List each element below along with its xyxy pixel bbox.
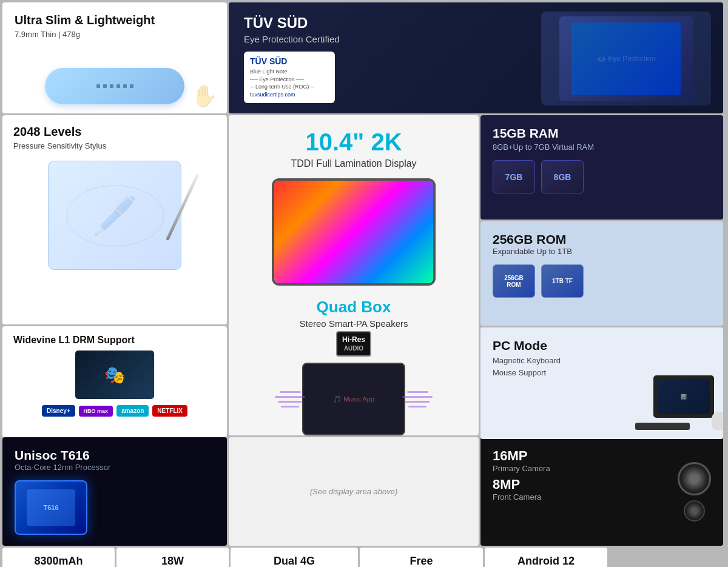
rom-chip-256: 256GBROM — [493, 264, 535, 298]
slim-title: Ultra Slim & Lightweight — [15, 13, 215, 27]
display-subtitle: TDDI Full Lamination Display — [291, 158, 416, 169]
cellular-title: Dual 4G — [274, 555, 315, 567]
ram-subtitle: 8GB+Up to 7GB Virtual RAM — [493, 143, 711, 152]
tuv-title: TÜV SÜD — [244, 15, 340, 32]
camera-primary: Primary Camera — [493, 464, 672, 473]
slim-subtitle: 7.9mm Thin | 478g — [15, 29, 215, 40]
ram-chip-7gb: 7GB — [493, 160, 535, 193]
processor-subtitle: Octa-Core 12nm Processor — [15, 463, 215, 472]
camera-front: Front Camera — [493, 492, 672, 502]
svg-line-2 — [97, 179, 158, 240]
camera-lens-primary — [678, 462, 711, 495]
camera-16mp: 16MP — [493, 448, 672, 464]
rom-chip-1tb: 1TB TF — [541, 264, 584, 298]
freecase-title: Free — [410, 555, 433, 567]
stylus-subtitle: Pressure Sensitivity Stylus — [13, 141, 216, 152]
display-title: 10.4" 2K — [305, 129, 402, 156]
svg-line-1 — [85, 186, 146, 246]
hbo-logo: HBO max — [79, 406, 113, 417]
netflix-logo: NETFLIX — [152, 405, 187, 417]
ram-title: 15GB RAM — [493, 126, 711, 141]
amazon-logo: amazon — [116, 405, 149, 417]
speakers-title: Quad Box — [229, 298, 479, 317]
pcmode-title: PC Mode — [493, 338, 711, 353]
disney-logo: Disney+ — [42, 405, 75, 417]
ram-chip-8gb: 8GB — [541, 160, 584, 193]
processor-chip: T616 — [15, 480, 87, 535]
charger-title: 18W — [161, 555, 184, 567]
speakers-subtitle: Stereo Smart-PA Speakers — [229, 318, 479, 329]
battery-title: 8300mAh — [34, 555, 83, 567]
processor-title: Unisoc T616 — [15, 448, 215, 463]
stylus-title: 2048 Levels — [13, 125, 216, 139]
camera-lens-front — [684, 500, 705, 522]
camera-8mp: 8MP — [493, 477, 672, 492]
tuv-subtitle: Eye Protection Certified — [244, 34, 340, 44]
rom-title: 256GB ROM — [493, 232, 711, 247]
rom-subtitle: Expandable Up to 1TB — [493, 247, 711, 256]
android-title: Android 12 — [517, 555, 575, 567]
drm-title: Widevine L1 DRM Support — [13, 335, 216, 346]
